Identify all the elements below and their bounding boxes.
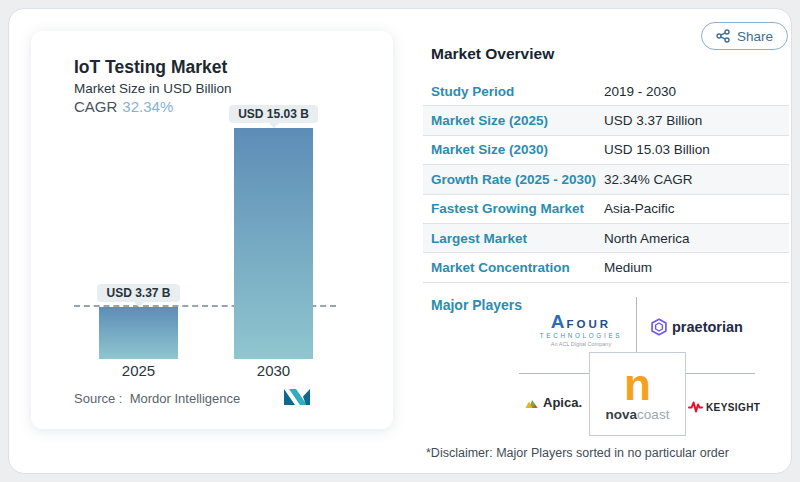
player-logo-afour: A FOUR TECHNOLOGIES An ACL Digital Compa… [532,312,630,348]
row-value: 32.34% CAGR [604,172,693,187]
row-label: Growth Rate (2025 - 2030) [423,172,604,187]
chart-title: IoT Testing Market [74,57,227,78]
keysight-spark-icon [688,400,703,414]
row-label: Market Size (2030) [423,142,604,157]
cagr-value: 32.34% [122,98,173,115]
x-axis-label-2025: 2025 [99,362,178,379]
row-label: Market Size (2025) [423,113,604,128]
cagr-label: CAGR [74,98,117,115]
bar-2030 [234,128,313,359]
overview-heading: Market Overview [431,45,554,63]
bar-2025 [99,307,178,359]
praetorian-hexagon-icon [650,318,668,336]
cagr-line: CAGR32.34% [74,98,173,115]
player-logo-keysight: KEYSIGHT [688,400,760,414]
bar-group-2025: USD 3.37 B [99,284,178,359]
row-value: North America [604,231,690,246]
bar-value-tag-2030: USD 15.03 B [229,105,318,123]
afour-word: FOUR [567,319,612,331]
players-connector-vertical [636,297,637,353]
source-value: Mordor Intelligence [130,391,241,406]
chart-subtitle: Market Size in USD Billion [74,81,232,96]
share-icon [716,29,730,43]
table-row: Study Period 2019 - 2030 [423,77,789,106]
afour-technologies-text: TECHNOLOGIES [532,333,630,339]
bar-group-2030: USD 15.03 B [234,105,313,359]
player-logo-novacoast: n novacoast [589,352,686,436]
report-card: IoT Testing Market Market Size in USD Bi… [8,8,792,474]
table-row: Largest Market North America [423,224,789,253]
table-row: Market Size (2030) USD 15.03 Billion [423,136,789,165]
apica-wordmark: Apica. [543,395,582,410]
share-button-label: Share [737,29,773,44]
row-label: Fastest Growing Market [423,201,604,216]
afour-a-monogram: A [551,312,565,331]
row-value: USD 3.37 Billion [604,113,702,128]
praetorian-wordmark: praetorian [672,319,743,335]
table-row: Fastest Growing Market Asia-Pacific [423,195,789,224]
keysight-wordmark: KEYSIGHT [706,402,760,413]
chart-card: IoT Testing Market Market Size in USD Bi… [31,31,393,429]
source-line: Source : Mordor Intelligence [74,391,240,406]
bar-value-tag-2025: USD 3.37 B [97,284,179,302]
apica-triangle-icon [525,396,539,409]
row-label: Study Period [423,84,604,99]
major-players-label: Major Players [431,297,522,313]
row-value: Asia-Pacific [604,201,675,216]
table-row: Market Size (2025) USD 3.37 Billion [423,106,789,135]
player-logo-praetorian: praetorian [650,318,743,336]
row-value: Medium [604,260,652,275]
share-button[interactable]: Share [701,22,788,50]
table-row: Market Concentration Medium [423,253,789,282]
novacoast-n-monogram: n [624,366,651,403]
row-label: Largest Market [423,231,604,246]
row-value: 2019 - 2030 [604,84,676,99]
mordor-intelligence-logo-icon [284,388,310,405]
disclaimer-text: *Disclaimer: Major Players sorted in no … [426,446,729,460]
novacoast-wordmark: novacoast [606,407,670,422]
x-axis-label-2030: 2030 [234,362,313,379]
afour-tagline: An ACL Digital Company [532,342,630,348]
overview-table: Study Period 2019 - 2030 Market Size (20… [423,77,789,283]
table-row: Growth Rate (2025 - 2030) 32.34% CAGR [423,165,789,194]
player-logo-apica: Apica. [525,395,582,410]
row-value: USD 15.03 Billion [604,142,710,157]
row-label: Market Concentration [423,260,604,275]
source-label: Source : [74,391,122,406]
